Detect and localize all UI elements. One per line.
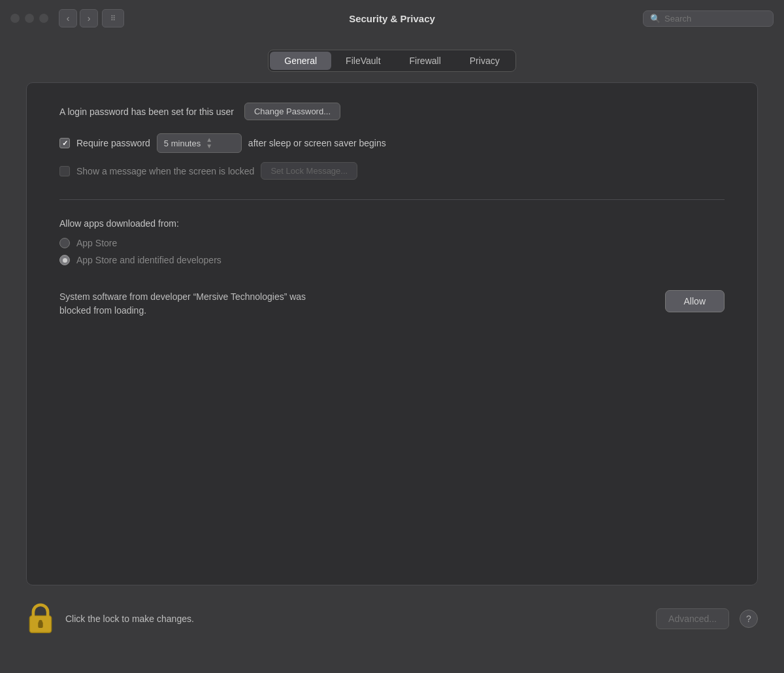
tab-firewall[interactable]: Firewall [395, 52, 455, 70]
lock-message-row: Show a message when the screen is locked… [59, 162, 725, 180]
blocked-text-line1: System software from developer “Mersive … [59, 291, 306, 302]
close-button[interactable] [10, 14, 20, 23]
bottom-bar: Click the lock to make changes. Advanced… [0, 591, 784, 647]
traffic-lights [10, 14, 48, 23]
back-button[interactable]: ‹ [59, 9, 77, 27]
blocked-section: System software from developer “Mersive … [59, 284, 725, 318]
apps-downloaded-title: Allow apps downloaded from: [59, 218, 725, 229]
main-panel: A login password has been set for this u… [26, 82, 758, 585]
lock-icon[interactable] [26, 602, 55, 635]
blocked-text: System software from developer “Mersive … [59, 290, 306, 318]
dropdown-value: 5 minutes [164, 139, 201, 148]
advanced-button[interactable]: Advanced... [656, 608, 729, 629]
allow-button[interactable]: Allow [665, 290, 725, 312]
radio-app-store-row: App Store [59, 238, 725, 248]
search-icon: 🔍 [650, 14, 661, 24]
require-password-checkbox[interactable] [59, 138, 70, 148]
tab-filevault[interactable]: FileVault [331, 52, 395, 70]
radio-app-store-label: App Store [76, 238, 117, 248]
change-password-button[interactable]: Change Password... [244, 103, 340, 120]
radio-identified-row: App Store and identified developers [59, 255, 725, 265]
radio-identified-label: App Store and identified developers [76, 255, 221, 265]
dropdown-arrows-icon: ▲ ▼ [206, 137, 212, 150]
nav-buttons: ‹ › [59, 9, 98, 27]
content-area: General FileVault Firewall Privacy A log… [0, 37, 784, 585]
search-bar[interactable]: 🔍 [643, 10, 774, 27]
tab-privacy[interactable]: Privacy [455, 52, 514, 70]
radio-app-store-identified[interactable] [59, 255, 70, 265]
require-password-row: Require password 5 minutes ▲ ▼ after sle… [59, 133, 725, 153]
lock-message-checkbox[interactable] [59, 166, 70, 176]
minimize-button[interactable] [25, 14, 34, 23]
require-password-dropdown[interactable]: 5 minutes ▲ ▼ [157, 133, 242, 153]
require-password-label: Require password [76, 138, 150, 148]
tab-bar: General FileVault Firewall Privacy [26, 50, 758, 72]
titlebar: ‹ › ⠿ Security & Privacy 🔍 [0, 0, 784, 37]
tab-general[interactable]: General [270, 52, 331, 70]
blocked-text-line2: blocked from loading. [59, 305, 146, 316]
window-title: Security & Privacy [349, 13, 435, 24]
login-password-label: A login password has been set for this u… [59, 107, 234, 117]
radio-app-store[interactable] [59, 238, 70, 248]
help-button[interactable]: ? [740, 610, 758, 628]
svg-point-2 [39, 620, 42, 624]
maximize-button[interactable] [39, 14, 48, 23]
after-sleep-label: after sleep or screen saver begins [248, 138, 386, 148]
lock-message-label: Show a message when the screen is locked [76, 166, 254, 176]
password-row: A login password has been set for this u… [59, 103, 725, 120]
tab-group: General FileVault Firewall Privacy [268, 50, 515, 72]
search-input[interactable] [664, 14, 766, 24]
set-lock-message-button[interactable]: Set Lock Message... [261, 162, 357, 180]
forward-button[interactable]: › [80, 9, 98, 27]
lock-text: Click the lock to make changes. [65, 614, 194, 624]
password-section: A login password has been set for this u… [59, 103, 725, 200]
grid-button[interactable]: ⠿ [102, 9, 124, 27]
apps-section: Allow apps downloaded from: App Store Ap… [59, 218, 725, 265]
